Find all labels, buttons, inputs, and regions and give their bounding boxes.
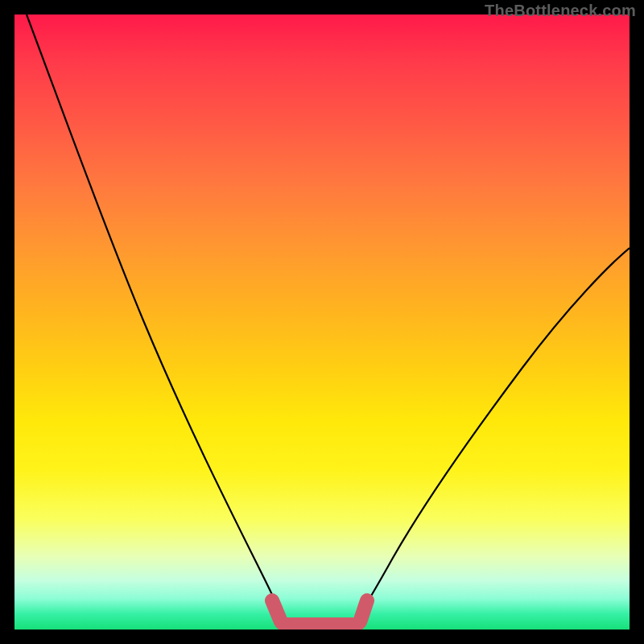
bottom-highlight — [272, 601, 367, 625]
right-curve — [357, 248, 630, 620]
watermark-text: TheBottleneck.com — [485, 2, 636, 20]
chart-frame: TheBottleneck.com — [0, 0, 644, 644]
curve-overlay — [14, 14, 630, 630]
plot-area — [14, 14, 630, 630]
left-curve — [27, 14, 282, 620]
